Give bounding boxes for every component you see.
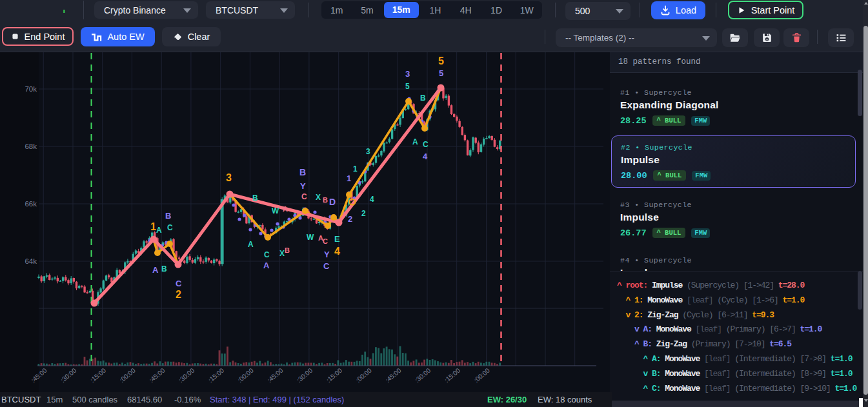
svg-text:W: W bbox=[307, 233, 314, 242]
svg-text:3: 3 bbox=[405, 69, 410, 79]
svg-text:D: D bbox=[329, 197, 336, 207]
svg-text:68k: 68k bbox=[25, 143, 37, 150]
svg-text:A: A bbox=[263, 261, 270, 270]
svg-text:C: C bbox=[176, 279, 182, 288]
svg-text:A: A bbox=[152, 265, 159, 275]
svg-text:C: C bbox=[301, 192, 307, 201]
svg-text:B: B bbox=[161, 264, 167, 273]
svg-text:B: B bbox=[323, 196, 328, 204]
svg-text:C: C bbox=[323, 237, 328, 245]
svg-text:1: 1 bbox=[347, 174, 351, 183]
svg-text:4: 4 bbox=[370, 195, 374, 204]
svg-text:X: X bbox=[279, 249, 285, 258]
svg-text:B: B bbox=[285, 246, 290, 254]
svg-text:W: W bbox=[272, 206, 279, 215]
svg-text:3: 3 bbox=[366, 147, 370, 156]
svg-text:E: E bbox=[334, 234, 340, 244]
svg-text:C: C bbox=[323, 261, 330, 271]
svg-text:B: B bbox=[165, 211, 171, 221]
svg-text:3: 3 bbox=[226, 172, 232, 183]
svg-text:A: A bbox=[156, 226, 162, 235]
svg-text:Y: Y bbox=[324, 250, 330, 259]
svg-text:B: B bbox=[420, 94, 426, 103]
svg-text:4: 4 bbox=[334, 246, 340, 257]
svg-text:A: A bbox=[248, 240, 254, 249]
svg-text:Y: Y bbox=[300, 181, 306, 191]
svg-text:A: A bbox=[283, 205, 288, 213]
svg-text:B: B bbox=[252, 194, 258, 203]
svg-text:1: 1 bbox=[353, 164, 358, 174]
svg-text:2: 2 bbox=[348, 214, 352, 224]
svg-text:2: 2 bbox=[176, 289, 181, 300]
svg-text:5: 5 bbox=[405, 82, 410, 91]
svg-text:5: 5 bbox=[438, 55, 444, 66]
svg-text:70k: 70k bbox=[25, 85, 37, 93]
svg-text:X: X bbox=[316, 193, 321, 202]
svg-text:C: C bbox=[423, 140, 429, 149]
svg-text:2: 2 bbox=[361, 209, 366, 218]
svg-text:66k: 66k bbox=[25, 200, 37, 208]
svg-text:C: C bbox=[167, 223, 173, 232]
svg-text:64k: 64k bbox=[25, 257, 37, 265]
svg-text:1: 1 bbox=[150, 221, 156, 232]
svg-text:4: 4 bbox=[423, 152, 428, 161]
svg-text:A: A bbox=[412, 137, 418, 146]
svg-text:B: B bbox=[299, 167, 306, 177]
svg-text:C: C bbox=[264, 250, 270, 259]
svg-text:5: 5 bbox=[439, 68, 443, 78]
